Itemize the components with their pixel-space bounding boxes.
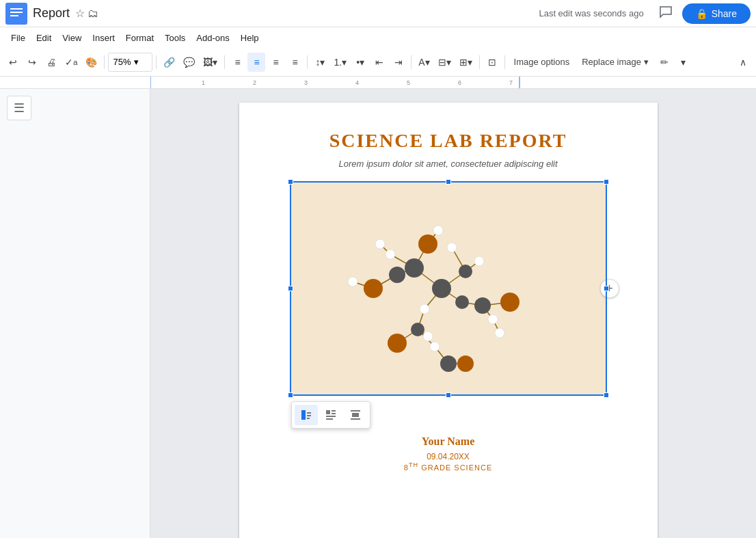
svg-point-50 xyxy=(457,355,474,372)
svg-point-58 xyxy=(488,314,498,324)
menu-view[interactable]: View xyxy=(57,30,87,46)
handle-top-center[interactable] xyxy=(446,179,451,185)
replace-image-button[interactable]: Replace image ▾ xyxy=(576,53,654,72)
collapse-button[interactable]: ∧ xyxy=(734,53,752,72)
menu-tools[interactable]: Tools xyxy=(159,30,191,46)
svg-rect-65 xyxy=(307,418,310,419)
increase-indent-button[interactable]: ⇥ xyxy=(390,53,407,72)
svg-rect-0 xyxy=(5,3,27,25)
undo-button[interactable]: ↩ xyxy=(4,53,22,72)
menu-edit[interactable]: Edit xyxy=(31,30,57,46)
handle-middle-left[interactable] xyxy=(288,286,293,291)
svg-rect-70 xyxy=(326,418,333,420)
align-center-button[interactable]: ≡ xyxy=(247,53,265,72)
align-inline-button[interactable] xyxy=(295,405,318,425)
menu-format[interactable]: Format xyxy=(120,30,159,46)
zoom-selector[interactable]: 75% ▾ xyxy=(108,53,152,72)
svg-point-61 xyxy=(430,342,440,351)
svg-point-51 xyxy=(433,226,443,235)
align-wrap-button[interactable] xyxy=(319,405,342,425)
right-scrollbar[interactable] xyxy=(746,89,756,538)
separator-1 xyxy=(104,55,105,69)
separator-7 xyxy=(504,55,505,69)
menu-insert[interactable]: Insert xyxy=(87,30,120,46)
more-options-button[interactable]: ▾ xyxy=(675,53,692,72)
handle-bottom-center[interactable] xyxy=(446,392,451,398)
handle-top-right[interactable] xyxy=(604,179,609,185)
svg-point-52 xyxy=(375,239,385,249)
svg-point-37 xyxy=(432,279,451,298)
print-button[interactable]: 🖨 xyxy=(42,53,60,72)
svg-rect-64 xyxy=(307,415,311,416)
svg-rect-63 xyxy=(307,412,311,414)
molecule-diagram xyxy=(291,183,606,394)
image-align-toolbar xyxy=(291,401,370,429)
svg-point-44 xyxy=(440,355,457,372)
ruler: 1 2 3 4 5 6 7 xyxy=(0,77,756,89)
document-outline-icon[interactable]: ☰ xyxy=(7,96,31,120)
decrease-indent-button[interactable]: ⇤ xyxy=(370,53,388,72)
last-edit-text: Last edit was seconds ago xyxy=(539,8,643,18)
svg-point-43 xyxy=(411,323,424,336)
svg-rect-1 xyxy=(10,8,23,10)
insert-image-button[interactable]: 🖼▾ xyxy=(200,53,221,72)
align-left-button[interactable]: ≡ xyxy=(228,53,246,72)
redo-button[interactable]: ↪ xyxy=(23,53,41,72)
highlight-button[interactable]: A▾ xyxy=(415,53,433,72)
menu-help[interactable]: Help xyxy=(235,30,265,46)
align-break-button[interactable] xyxy=(344,405,367,425)
svg-point-53 xyxy=(386,250,395,259)
separator-5 xyxy=(411,55,411,69)
svg-rect-66 xyxy=(326,410,330,414)
image-container[interactable]: + xyxy=(291,183,606,394)
svg-text:2: 2 xyxy=(253,79,256,86)
line-spacing-button[interactable]: ↕▾ xyxy=(311,53,329,72)
date-text: 09.04.20XX xyxy=(273,452,623,461)
spellcheck-button[interactable]: ✓a xyxy=(62,53,81,72)
share-button[interactable]: 🔒 Share xyxy=(682,3,751,24)
svg-point-59 xyxy=(495,328,504,338)
svg-text:6: 6 xyxy=(458,79,461,86)
table-button[interactable]: ⊞▾ xyxy=(456,53,476,72)
your-name-text: Your Name xyxy=(273,435,623,448)
menu-addons[interactable]: Add-ons xyxy=(191,30,234,46)
image-options-button[interactable]: Image options xyxy=(509,53,576,72)
comments-button[interactable] xyxy=(655,1,677,26)
border-button[interactable]: ⊟▾ xyxy=(435,53,455,72)
menubar: File Edit View Insert Format Tools Add-o… xyxy=(0,27,756,48)
align-right-button[interactable]: ≡ xyxy=(267,53,284,72)
lock-icon: 🔒 xyxy=(696,8,707,19)
svg-point-54 xyxy=(474,256,484,266)
svg-rect-3 xyxy=(10,15,18,16)
insert-link-button[interactable]: 🔗 xyxy=(160,53,178,72)
svg-point-38 xyxy=(405,258,424,278)
align-justify-button[interactable]: ≡ xyxy=(286,53,303,72)
svg-rect-62 xyxy=(301,410,306,420)
svg-point-57 xyxy=(420,304,429,314)
svg-rect-73 xyxy=(351,418,360,420)
star-icon[interactable]: ☆ xyxy=(75,7,85,20)
svg-rect-69 xyxy=(326,416,336,417)
svg-point-45 xyxy=(418,234,437,254)
numbered-list-button[interactable]: 1.▾ xyxy=(330,53,350,72)
paint-format-button[interactable]: 🎨 xyxy=(82,53,100,72)
titlebar: Report ☆ 🗂 Last edit was seconds ago 🔒 S… xyxy=(0,0,756,27)
handle-top-left[interactable] xyxy=(288,179,293,185)
handle-bottom-left[interactable] xyxy=(288,392,293,398)
page-area[interactable]: SCIENCE LAB REPORT Lorem ipsum dolor sit… xyxy=(150,89,746,538)
handle-bottom-right[interactable] xyxy=(604,392,609,398)
folder-icon[interactable]: 🗂 xyxy=(87,8,98,20)
edit-image-button[interactable]: ✏ xyxy=(656,53,673,72)
left-sidebar: ☰ xyxy=(0,89,150,538)
ruler-inner: 1 2 3 4 5 6 7 xyxy=(150,77,756,88)
menu-file[interactable]: File xyxy=(5,30,31,46)
insert-comment-button[interactable]: 💬 xyxy=(180,53,198,72)
crop-button[interactable]: ⊡ xyxy=(483,53,501,72)
separator-3 xyxy=(224,55,225,69)
svg-text:1: 1 xyxy=(202,79,205,86)
handle-middle-right[interactable] xyxy=(604,286,609,291)
bullet-list-button[interactable]: •▾ xyxy=(351,53,369,72)
doc-title[interactable]: Report xyxy=(33,6,70,21)
app-icon xyxy=(5,3,27,25)
svg-rect-68 xyxy=(332,413,336,414)
